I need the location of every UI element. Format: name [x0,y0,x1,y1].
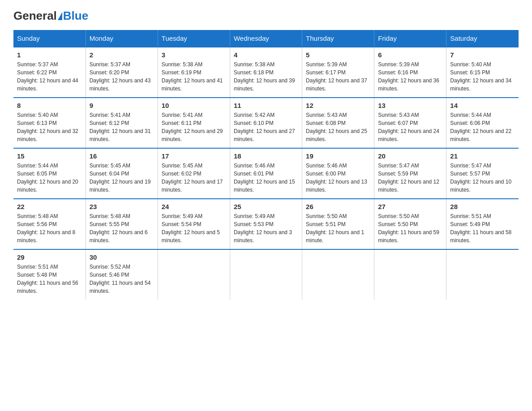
day-number: 11 [234,102,298,109]
day-info: Sunrise: 5:41 AMSunset: 6:11 PMDaylight:… [162,111,226,143]
day-info: Sunrise: 5:45 AMSunset: 6:04 PMDaylight:… [90,162,154,194]
day-cell [446,249,519,300]
logo-blue-text: Blue [63,9,88,23]
day-cell: 6 Sunrise: 5:39 AMSunset: 6:16 PMDayligh… [374,47,446,98]
day-number: 20 [378,152,442,160]
logo-triangle-icon [58,12,62,20]
day-number: 3 [162,51,226,59]
day-number: 26 [306,203,370,210]
week-row-4: 22 Sunrise: 5:48 AMSunset: 5:56 PMDaylig… [13,199,519,249]
day-info: Sunrise: 5:52 AMSunset: 5:46 PMDaylight:… [90,263,154,295]
logo: General Blue [13,9,88,21]
day-info: Sunrise: 5:37 AMSunset: 6:22 PMDaylight:… [17,60,82,93]
day-cell: 17 Sunrise: 5:45 AMSunset: 6:02 PMDaylig… [158,148,230,199]
day-cell: 27 Sunrise: 5:50 AMSunset: 5:50 PMDaylig… [374,199,446,249]
day-info: Sunrise: 5:51 AMSunset: 5:49 PMDaylight:… [450,212,515,244]
day-info: Sunrise: 5:47 AMSunset: 5:59 PMDaylight:… [378,162,442,194]
day-number: 14 [450,102,515,109]
day-cell: 11 Sunrise: 5:42 AMSunset: 6:10 PMDaylig… [230,98,302,148]
day-cell: 8 Sunrise: 5:40 AMSunset: 6:13 PMDayligh… [13,98,86,148]
day-info: Sunrise: 5:42 AMSunset: 6:10 PMDaylight:… [234,111,298,143]
week-row-5: 29 Sunrise: 5:51 AMSunset: 5:48 PMDaylig… [13,249,519,300]
weekday-header-thursday: Thursday [302,30,374,47]
day-info: Sunrise: 5:43 AMSunset: 6:07 PMDaylight:… [378,111,442,143]
day-number: 16 [90,152,154,160]
day-number: 27 [378,203,442,210]
day-info: Sunrise: 5:51 AMSunset: 5:48 PMDaylight:… [17,263,82,295]
day-info: Sunrise: 5:43 AMSunset: 6:08 PMDaylight:… [306,111,370,143]
day-cell [302,249,374,300]
week-row-2: 8 Sunrise: 5:40 AMSunset: 6:13 PMDayligh… [13,98,519,148]
day-cell: 18 Sunrise: 5:46 AMSunset: 6:01 PMDaylig… [230,148,302,199]
day-cell: 7 Sunrise: 5:40 AMSunset: 6:15 PMDayligh… [446,47,519,98]
day-number: 18 [234,152,298,160]
day-number: 10 [162,102,226,109]
day-number: 7 [450,51,515,59]
weekday-header-monday: Monday [86,30,158,47]
day-number: 13 [378,102,442,109]
day-cell [158,249,230,300]
logo-general-text: General [13,9,57,23]
day-number: 4 [234,51,298,59]
day-cell: 30 Sunrise: 5:52 AMSunset: 5:46 PMDaylig… [86,249,158,300]
day-info: Sunrise: 5:46 AMSunset: 6:01 PMDaylight:… [234,162,298,194]
day-info: Sunrise: 5:46 AMSunset: 6:00 PMDaylight:… [306,162,370,194]
day-cell: 21 Sunrise: 5:47 AMSunset: 5:57 PMDaylig… [446,148,519,199]
day-cell: 28 Sunrise: 5:51 AMSunset: 5:49 PMDaylig… [446,199,519,249]
day-cell: 22 Sunrise: 5:48 AMSunset: 5:56 PMDaylig… [13,199,86,249]
day-number: 21 [450,152,515,160]
day-info: Sunrise: 5:40 AMSunset: 6:13 PMDaylight:… [17,111,82,143]
day-cell: 23 Sunrise: 5:48 AMSunset: 5:55 PMDaylig… [86,199,158,249]
day-info: Sunrise: 5:38 AMSunset: 6:19 PMDaylight:… [162,60,226,93]
day-info: Sunrise: 5:49 AMSunset: 5:54 PMDaylight:… [162,212,226,244]
day-cell: 12 Sunrise: 5:43 AMSunset: 6:08 PMDaylig… [302,98,374,148]
day-info: Sunrise: 5:44 AMSunset: 6:06 PMDaylight:… [450,111,515,143]
day-cell: 4 Sunrise: 5:38 AMSunset: 6:18 PMDayligh… [230,47,302,98]
day-cell: 29 Sunrise: 5:51 AMSunset: 5:48 PMDaylig… [13,249,86,300]
day-cell: 5 Sunrise: 5:39 AMSunset: 6:17 PMDayligh… [302,47,374,98]
day-cell: 15 Sunrise: 5:44 AMSunset: 6:05 PMDaylig… [13,148,86,199]
day-number: 15 [17,152,82,160]
day-info: Sunrise: 5:48 AMSunset: 5:56 PMDaylight:… [17,212,82,244]
day-number: 25 [234,203,298,210]
day-info: Sunrise: 5:39 AMSunset: 6:17 PMDaylight:… [306,60,370,93]
day-cell: 13 Sunrise: 5:43 AMSunset: 6:07 PMDaylig… [374,98,446,148]
day-info: Sunrise: 5:37 AMSunset: 6:20 PMDaylight:… [90,60,154,93]
calendar-table: SundayMondayTuesdayWednesdayThursdayFrid… [13,30,519,300]
weekday-header-tuesday: Tuesday [158,30,230,47]
day-cell [230,249,302,300]
day-cell: 3 Sunrise: 5:38 AMSunset: 6:19 PMDayligh… [158,47,230,98]
day-cell: 14 Sunrise: 5:44 AMSunset: 6:06 PMDaylig… [446,98,519,148]
day-number: 6 [378,51,442,59]
weekday-header-wednesday: Wednesday [230,30,302,47]
day-cell: 9 Sunrise: 5:41 AMSunset: 6:12 PMDayligh… [86,98,158,148]
day-info: Sunrise: 5:44 AMSunset: 6:05 PMDaylight:… [17,162,82,194]
day-cell: 10 Sunrise: 5:41 AMSunset: 6:11 PMDaylig… [158,98,230,148]
day-info: Sunrise: 5:38 AMSunset: 6:18 PMDaylight:… [234,60,298,93]
weekday-header-friday: Friday [374,30,446,47]
day-number: 29 [17,253,82,261]
page-header: General Blue [13,9,519,21]
day-number: 19 [306,152,370,160]
day-info: Sunrise: 5:49 AMSunset: 5:53 PMDaylight:… [234,212,298,244]
day-cell: 16 Sunrise: 5:45 AMSunset: 6:04 PMDaylig… [86,148,158,199]
day-info: Sunrise: 5:48 AMSunset: 5:55 PMDaylight:… [90,212,154,244]
day-cell: 25 Sunrise: 5:49 AMSunset: 5:53 PMDaylig… [230,199,302,249]
week-row-3: 15 Sunrise: 5:44 AMSunset: 6:05 PMDaylig… [13,148,519,199]
day-info: Sunrise: 5:41 AMSunset: 6:12 PMDaylight:… [90,111,154,143]
day-cell: 2 Sunrise: 5:37 AMSunset: 6:20 PMDayligh… [86,47,158,98]
day-cell: 19 Sunrise: 5:46 AMSunset: 6:00 PMDaylig… [302,148,374,199]
day-cell: 20 Sunrise: 5:47 AMSunset: 5:59 PMDaylig… [374,148,446,199]
day-number: 2 [90,51,154,59]
day-number: 23 [90,203,154,210]
day-number: 12 [306,102,370,109]
week-row-1: 1 Sunrise: 5:37 AMSunset: 6:22 PMDayligh… [13,47,519,98]
day-info: Sunrise: 5:50 AMSunset: 5:51 PMDaylight:… [306,212,370,244]
day-cell [374,249,446,300]
day-number: 22 [17,203,82,210]
day-number: 9 [90,102,154,109]
weekday-header-sunday: Sunday [13,30,86,47]
day-number: 28 [450,203,515,210]
day-number: 8 [17,102,82,109]
day-info: Sunrise: 5:50 AMSunset: 5:50 PMDaylight:… [378,212,442,244]
